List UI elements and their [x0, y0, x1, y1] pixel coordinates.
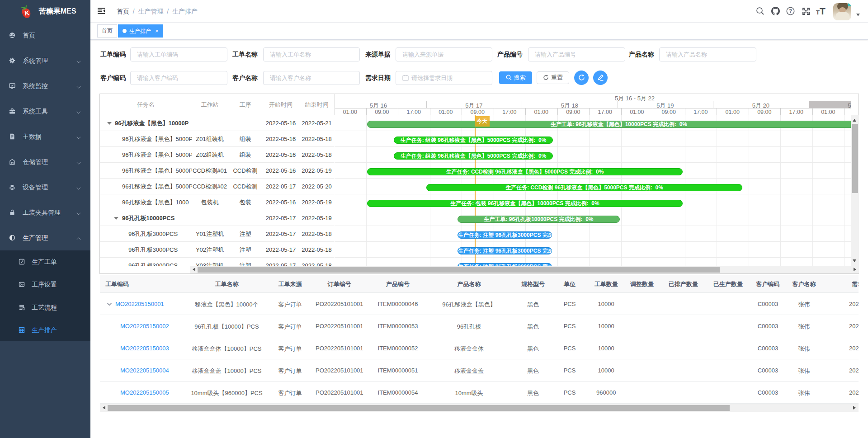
svg-text:?: ? — [789, 8, 792, 14]
